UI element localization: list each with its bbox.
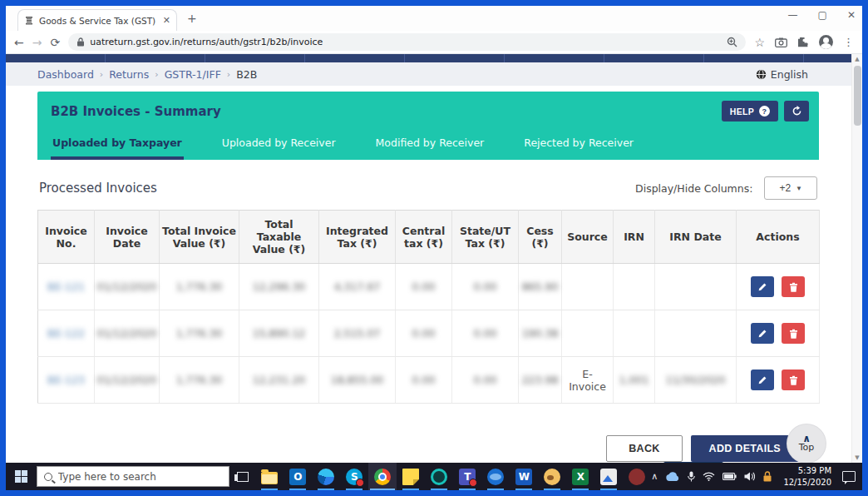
- delete-button[interactable]: [782, 276, 805, 297]
- browser-toolbar: ← → ⟳ uatreturn.gst.gov.in/returns/auth/…: [6, 31, 862, 54]
- paint-app-icon[interactable]: [538, 463, 566, 490]
- tab-rejected-by-receiver[interactable]: Rejected by Receiver: [522, 131, 635, 160]
- forward-icon[interactable]: →: [32, 36, 42, 49]
- breadcrumb-dashboard[interactable]: Dashboard: [37, 68, 94, 81]
- language-selector[interactable]: English: [756, 68, 808, 81]
- zoom-icon[interactable]: [727, 37, 737, 47]
- back-icon[interactable]: ←: [14, 36, 24, 49]
- meeting-app-icon[interactable]: [425, 463, 453, 490]
- window-maximize-button[interactable]: ▢: [818, 9, 827, 21]
- total-invoice-value-cell: 1,776.30: [160, 264, 239, 310]
- excel-icon[interactable]: X: [566, 463, 594, 490]
- globe-icon: [756, 69, 767, 80]
- col-irn-date: IRN Date: [655, 211, 737, 264]
- help-button[interactable]: HELP ?: [722, 101, 778, 122]
- col-cess: Cess (₹): [519, 211, 562, 264]
- photos-icon[interactable]: [594, 463, 623, 490]
- scroll-to-top-button[interactable]: ∧ Top: [787, 424, 826, 463]
- central-tax-cell: 0.00: [396, 310, 452, 357]
- irn-date-cell: [655, 264, 737, 310]
- browser-menu-icon[interactable]: ⋮: [843, 36, 854, 48]
- total-taxable-value-cell: 12,296.30: [239, 264, 319, 310]
- window-minimize-button[interactable]: —: [788, 9, 798, 21]
- col-irn: IRN: [614, 211, 655, 264]
- task-view-button[interactable]: [229, 463, 256, 490]
- tab-uploaded-by-taxpayer[interactable]: Uploaded by Taxpayer: [51, 131, 184, 160]
- edge-icon[interactable]: [312, 463, 340, 490]
- edit-button[interactable]: [751, 276, 774, 297]
- tray-expand-icon[interactable]: ∧: [651, 471, 658, 482]
- table-row: BE-122 01/12/2020 1,776.30 15,890.12 2,5…: [38, 310, 820, 357]
- word-icon[interactable]: W: [510, 463, 538, 490]
- screenshot-camera-icon[interactable]: [775, 37, 787, 47]
- page-scrollbar[interactable]: ▲ ▼: [851, 54, 862, 463]
- pencil-icon: [757, 282, 767, 292]
- taskbar-clock[interactable]: 5:39 PM 12/15/2020: [780, 465, 835, 488]
- invoice-no-link[interactable]: BE-122: [38, 310, 95, 357]
- refresh-button[interactable]: [784, 101, 809, 122]
- invoice-no-link[interactable]: BE-121: [38, 264, 95, 310]
- trash-icon: [789, 375, 798, 385]
- profile-avatar[interactable]: [819, 35, 833, 49]
- browser-tabstrip: Goods & Service Tax (GST) | User ✕ + — ▢…: [6, 6, 862, 31]
- search-input[interactable]: [58, 471, 208, 483]
- start-button[interactable]: [6, 463, 37, 490]
- delete-button[interactable]: [782, 370, 805, 390]
- address-bar[interactable]: uatreturn.gst.gov.in/returns/auth/gstr1/…: [68, 33, 746, 51]
- new-tab-button[interactable]: +: [187, 12, 197, 25]
- columns-dropdown-value: +2: [779, 182, 791, 194]
- volume-icon[interactable]: [744, 472, 755, 481]
- taskbar-search[interactable]: [37, 466, 229, 487]
- action-center-icon[interactable]: [842, 471, 856, 482]
- b2b-summary-panel: B2B Invoices - Summary HELP ? Uploaded b…: [37, 92, 819, 160]
- battery-icon[interactable]: [723, 473, 737, 480]
- browser-window: Goods & Service Tax (GST) | User ✕ + — ▢…: [6, 6, 862, 490]
- microphone-icon[interactable]: [688, 471, 695, 482]
- invoice-date-cell: 01/12/2020: [95, 357, 160, 404]
- window-close-button[interactable]: ✕: [847, 9, 856, 21]
- sticky-notes-icon[interactable]: [397, 463, 425, 490]
- integrated-tax-cell: 4,317.67: [319, 264, 396, 310]
- tab-close-icon[interactable]: ✕: [163, 15, 170, 26]
- outlook-icon[interactable]: O: [284, 463, 312, 490]
- scrollbar-thumb[interactable]: [854, 66, 861, 126]
- maroon-app-icon[interactable]: [623, 463, 651, 490]
- central-tax-cell: 0.00: [396, 264, 452, 310]
- skype-icon[interactable]: S: [340, 463, 368, 490]
- teams-icon[interactable]: T: [453, 463, 481, 490]
- chrome-icon[interactable]: [368, 463, 397, 490]
- onedrive-icon[interactable]: [665, 472, 680, 482]
- edit-button[interactable]: [751, 323, 774, 344]
- breadcrumb-separator: ›: [155, 69, 158, 80]
- tab-modified-by-receiver[interactable]: Modified by Receiver: [374, 131, 486, 160]
- blue-app-icon[interactable]: [481, 463, 510, 490]
- irn-cell: [614, 264, 655, 310]
- invoice-no-link[interactable]: BE-123: [38, 357, 95, 404]
- reload-icon[interactable]: ⟳: [50, 36, 60, 49]
- col-total-invoice-value: Total Invoice Value (₹): [160, 211, 239, 264]
- refresh-icon: [792, 106, 802, 117]
- browser-tab[interactable]: Goods & Service Tax (GST) | User ✕: [17, 9, 177, 31]
- breadcrumb-returns[interactable]: Returns: [109, 68, 149, 81]
- lock-icon: [76, 37, 85, 47]
- file-explorer-icon[interactable]: [255, 463, 284, 490]
- delete-button[interactable]: [782, 323, 805, 344]
- columns-dropdown[interactable]: +2 ▼: [764, 176, 817, 200]
- col-invoice-no: Invoice No.: [38, 211, 95, 264]
- central-tax-cell: 0.00: [396, 357, 452, 404]
- edit-button[interactable]: [751, 370, 774, 390]
- irn-cell: [614, 310, 655, 357]
- total-taxable-value-cell: 15,890.12: [239, 310, 319, 357]
- scroll-down-icon[interactable]: ▼: [852, 453, 862, 463]
- invoice-date-cell: 01/12/2020: [95, 264, 160, 310]
- extensions-icon[interactable]: [797, 37, 809, 48]
- breadcrumb-separator: ›: [227, 69, 230, 80]
- tab-uploaded-by-receiver[interactable]: Uploaded by Receiver: [220, 131, 338, 160]
- back-button[interactable]: BACK: [606, 435, 682, 462]
- bookmark-star-icon[interactable]: ☆: [754, 36, 765, 49]
- security-lock-icon[interactable]: [762, 471, 772, 482]
- scroll-up-icon[interactable]: ▲: [852, 54, 862, 64]
- cess-cell: 223.98: [519, 357, 562, 404]
- wifi-icon[interactable]: [703, 472, 715, 481]
- breadcrumb-gstr1-iff[interactable]: GSTR-1/IFF: [165, 68, 221, 81]
